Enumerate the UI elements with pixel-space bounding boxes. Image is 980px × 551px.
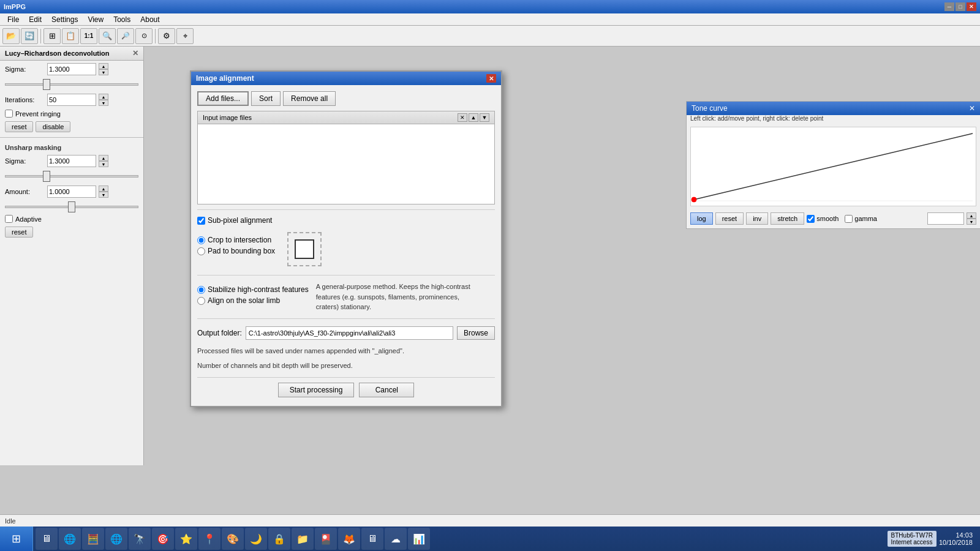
pad-bounding-radio[interactable] <box>197 247 205 255</box>
remove-selected-button[interactable]: ✕ <box>458 113 467 122</box>
lr-disable-button[interactable]: disable <box>36 121 70 132</box>
toolbar-zoom-custom-button[interactable]: ⊙ <box>135 28 153 44</box>
inv-button[interactable]: inv <box>746 212 768 225</box>
taskbar-icon-4[interactable]: 🌐 <box>105 528 127 550</box>
crop-radio-group: Crop to intersection Pad to bounding box <box>197 232 275 259</box>
smooth-checkbox[interactable] <box>807 215 815 223</box>
prevent-ringing-checkbox[interactable] <box>5 110 13 118</box>
gamma-checkbox[interactable] <box>845 215 853 223</box>
taskbar-icon-16[interactable]: ☁ <box>385 528 407 550</box>
solar-limb-radio[interactable] <box>197 297 205 305</box>
info-line1: Processed files will be saved under name… <box>197 343 495 359</box>
lr-reset-button[interactable]: reset <box>5 121 33 132</box>
network-badge[interactable]: BTHub6-TW7RInternet access <box>888 531 937 547</box>
cancel-button[interactable]: Cancel <box>359 383 414 397</box>
taskbar-icon-11[interactable]: 🔒 <box>268 528 290 550</box>
toolbar-zoom-fit-button[interactable]: ⊞ <box>43 28 61 44</box>
remove-all-button[interactable]: Remove all <box>283 91 336 106</box>
adaptive-row: Adaptive <box>0 214 143 224</box>
toolbar-open-button[interactable]: 📂 <box>2 28 20 44</box>
add-files-button[interactable]: Add files... <box>197 91 249 106</box>
taskbar-icon-12[interactable]: 📁 <box>292 528 314 550</box>
stabilize-radio[interactable] <box>197 286 205 294</box>
taskbar-icon-15[interactable]: 🖥 <box>361 528 383 550</box>
toolbar-align-button[interactable]: ⌖ <box>176 28 194 44</box>
toolbar: 📂 🔄 ⊞ 📋 1:1 🔍 🔎 ⊙ ⚙ ⌖ <box>0 26 980 47</box>
unsharp-reset-button[interactable]: reset <box>5 227 33 238</box>
gamma-down-button[interactable]: ▼ <box>967 219 976 225</box>
sigma-slider[interactable] <box>5 83 138 86</box>
iterations-input[interactable] <box>47 94 96 106</box>
dialog-close-button[interactable]: ✕ <box>486 74 496 83</box>
amount-input[interactable] <box>47 186 96 198</box>
move-up-button[interactable]: ▲ <box>469 113 478 122</box>
unsharp-sigma-up-button[interactable]: ▲ <box>99 155 108 161</box>
sigma-input[interactable] <box>47 63 96 75</box>
toolbar-separator-1 <box>40 29 41 43</box>
sort-button[interactable]: Sort <box>251 91 281 106</box>
stretch-button[interactable]: stretch <box>771 212 804 225</box>
taskbar-icon-10[interactable]: 🌙 <box>245 528 267 550</box>
gamma-value-input[interactable] <box>927 212 964 225</box>
menu-edit[interactable]: Edit <box>24 14 47 25</box>
minimize-button[interactable]: ─ <box>944 2 954 11</box>
file-list-actions: ✕ ▲ ▼ <box>458 113 489 122</box>
start-processing-button[interactable]: Start processing <box>278 383 355 397</box>
menu-file[interactable]: File <box>2 14 24 25</box>
toolbar-zoom-in-button[interactable]: 🔍 <box>99 28 116 44</box>
sigma-row: Sigma: ▲ ▼ <box>0 61 143 78</box>
taskbar-icon-7[interactable]: ⭐ <box>175 528 197 550</box>
menu-settings[interactable]: Settings <box>47 14 83 25</box>
tone-curve-svg <box>691 127 976 206</box>
taskbar-icon-9[interactable]: 🎨 <box>222 528 244 550</box>
sigma-up-button[interactable]: ▲ <box>99 63 108 69</box>
menu-about[interactable]: About <box>135 14 164 25</box>
solar-limb-label: Align on the solar limb <box>208 296 280 305</box>
amount-up-button[interactable]: ▲ <box>99 186 108 192</box>
menu-tools[interactable]: Tools <box>108 14 135 25</box>
toolbar-refresh-button[interactable]: 🔄 <box>21 28 38 44</box>
gamma-up-button[interactable]: ▲ <box>967 212 976 219</box>
output-folder-input[interactable] <box>246 326 453 340</box>
unsharp-sigma-down-button[interactable]: ▼ <box>99 161 108 167</box>
browse-button[interactable]: Browse <box>457 326 495 340</box>
toolbar-zoom-actual-button[interactable]: 1:1 <box>80 28 97 44</box>
taskbar-icon-3[interactable]: 🧮 <box>82 528 104 550</box>
section-sep-1 <box>197 209 495 210</box>
dialog-title: Image alignment <box>196 74 254 83</box>
taskbar-icon-17[interactable]: 📊 <box>408 528 430 550</box>
taskbar-icon-2[interactable]: 🌐 <box>59 528 81 550</box>
crop-intersection-radio[interactable] <box>197 236 205 244</box>
unsharp-sigma-slider[interactable] <box>5 175 138 178</box>
amount-slider[interactable] <box>5 206 138 208</box>
menu-view[interactable]: View <box>83 14 108 25</box>
sigma-down-button[interactable]: ▼ <box>99 69 108 75</box>
taskbar-icon-13[interactable]: 🎴 <box>315 528 337 550</box>
tone-curve-close-button[interactable]: ✕ <box>969 104 975 113</box>
toolbar-zoom-panel-button[interactable]: 📋 <box>62 28 79 44</box>
log-button[interactable]: log <box>690 212 713 225</box>
iterations-down-button[interactable]: ▼ <box>99 100 108 106</box>
clock-time: 14:03 <box>939 531 973 539</box>
start-button[interactable]: ⊞ <box>0 527 33 551</box>
taskbar-icon-5[interactable]: 🔭 <box>129 528 151 550</box>
taskbar-icon-1[interactable]: 🖥 <box>36 528 58 550</box>
toolbar-zoom-out-button[interactable]: 🔎 <box>117 28 134 44</box>
file-list-body[interactable] <box>198 124 494 204</box>
taskbar-icon-6[interactable]: 🎯 <box>152 528 174 550</box>
reset-button[interactable]: reset <box>715 212 744 225</box>
toolbar-settings-button[interactable]: ⚙ <box>158 28 175 44</box>
amount-row: Amount: ▲ ▼ <box>0 183 143 200</box>
tone-curve-canvas[interactable] <box>690 127 976 206</box>
unsharp-sigma-input[interactable] <box>47 155 96 167</box>
close-button[interactable]: ✕ <box>967 2 976 11</box>
amount-down-button[interactable]: ▼ <box>99 192 108 198</box>
panel-close-button[interactable]: ✕ <box>132 49 138 58</box>
adaptive-checkbox[interactable] <box>5 215 13 223</box>
move-down-button[interactable]: ▼ <box>480 113 489 122</box>
taskbar-icon-14[interactable]: 🦊 <box>338 528 360 550</box>
sub-pixel-checkbox[interactable] <box>197 217 205 225</box>
maximize-button[interactable]: □ <box>956 2 965 11</box>
taskbar-icon-8[interactable]: 📍 <box>198 528 221 550</box>
iterations-up-button[interactable]: ▲ <box>99 94 108 100</box>
